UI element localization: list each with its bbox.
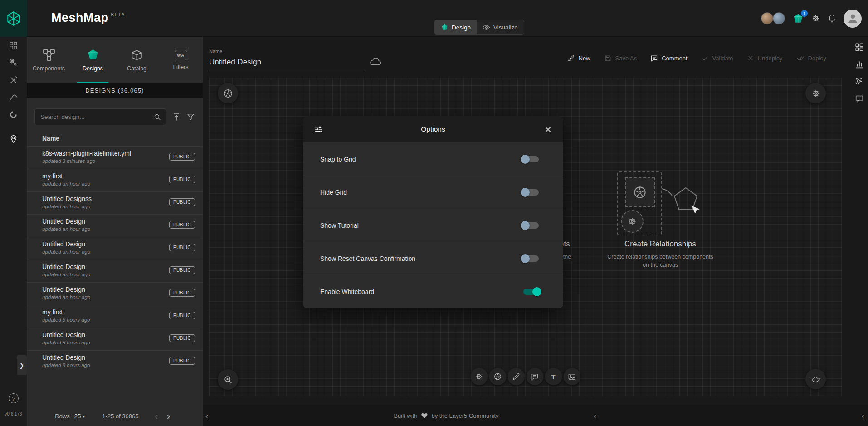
tab-designs[interactable]: Designs [71,37,115,83]
options-modal: Options Snap to Grid Hide Grid Show Tuto… [303,116,563,308]
next-page-button[interactable]: › [162,411,175,421]
design-list-item[interactable]: Untitled Designss updated an hour ago PU… [27,191,203,214]
dock-media-button[interactable] [563,368,580,385]
tab-filters[interactable]: WA Filters [159,37,203,83]
option-toggle[interactable] [521,220,541,231]
gesture-pointer-icon[interactable] [854,77,864,87]
option-row: Enable Whiteboard [303,275,563,308]
prev-page-button[interactable]: ‹ [150,411,162,421]
upload-icon[interactable] [172,113,181,122]
pencil-icon [567,54,575,62]
option-label: Show Reset Canvas Confirmation [320,255,415,262]
genie-lamp-button[interactable] [805,369,826,389]
layer5-logo-button[interactable] [0,0,27,37]
design-visibility-badge: PUBLIC [169,289,195,297]
canvas-settings-button[interactable] [805,83,826,103]
tab-components[interactable]: Components [27,37,71,83]
design-list-item[interactable]: Untitled Design updated 8 hours ago PUBL… [27,350,203,373]
design-updated: updated an hour ago [42,249,160,255]
action-label: Save As [615,55,637,62]
design-list-item[interactable]: my first updated an hour ago PUBLIC [27,169,203,191]
help-button[interactable]: ? [9,393,19,403]
design-list-item[interactable]: k8s-wasm-plugin-ratelimiter.yml updated … [27,146,203,169]
design-list-item[interactable]: Untitled Design updated 8 hours ago PUBL… [27,328,203,350]
chart-icon[interactable] [854,59,864,69]
footer-collapse-left-icon[interactable]: ‹ [205,411,208,420]
dock-tools-button[interactable] [470,368,488,385]
app-version: v0.6.176 [0,411,27,416]
settings-gear-icon[interactable] [811,14,820,23]
rail-item-dashboard[interactable] [0,37,27,54]
design-list-item[interactable]: my first updated 6 hours ago PUBLIC [27,305,203,328]
search-icon[interactable] [153,113,161,121]
page-range: 1-25 of 36065 [102,413,138,420]
search-box[interactable] [34,108,166,125]
validate-button[interactable]: Validate [701,54,733,62]
option-toggle[interactable] [521,154,541,165]
meshery-extension-button[interactable]: 1 [792,12,804,24]
chevron-right-icon: ❯ [20,362,24,369]
gear-icon [474,372,483,381]
panel-tabs: Components Designs Catalog WA Filters [27,37,203,83]
rail-item-configuration[interactable] [0,71,27,88]
meshmap-app: MeshMap BETA Design Visualize 1 [0,0,868,426]
notifications-bell-icon[interactable] [827,14,837,23]
extensions-donut-icon [9,110,18,119]
rail-item-lifecycle[interactable] [0,54,27,71]
rail-item-extensions[interactable] [0,106,27,123]
rail-item-kanvas[interactable] [0,130,27,147]
zoom-button[interactable] [218,369,238,390]
dashed-component-box [617,171,662,235]
dock-draw-button[interactable] [507,368,525,385]
question-mark-icon: ? [12,395,15,402]
tab-design-mode[interactable]: Design [435,20,477,34]
save-icon [604,54,612,62]
dock-text-button[interactable]: T [545,368,562,385]
filter-icon[interactable] [186,113,195,121]
footer-collapse-mid-icon[interactable]: ‹ [594,411,596,420]
gear-icon [811,88,821,98]
dock-kubernetes-button[interactable] [489,368,506,385]
design-list-item[interactable]: Untitled Design updated an hour ago PUBL… [27,237,203,260]
deploy-button[interactable]: Deploy [796,54,826,62]
design-name-input[interactable] [209,56,364,71]
collaborator-avatar[interactable] [761,12,773,24]
action-label: New [579,55,590,62]
design-list-item[interactable]: Untitled Design updated an hour ago PUBL… [27,214,203,237]
components-grid-icon[interactable] [854,42,864,52]
account-avatar[interactable] [844,10,862,28]
layer5-logo-icon [6,11,21,26]
rail-expand-handle[interactable]: ❯ [17,355,27,375]
save-as-button[interactable]: Save As [604,54,637,62]
option-toggle[interactable] [521,253,541,264]
design-list-item[interactable]: Untitled Design updated an hour ago PUBL… [27,282,203,305]
pen-icon [512,372,521,381]
design-name: Untitled Designss [42,195,160,202]
footer-collapse-right-icon[interactable]: ‹ [862,411,864,420]
rows-label: Rows [55,413,70,420]
close-icon[interactable] [544,125,552,134]
action-label: Deploy [808,55,826,62]
page-size-value: 25 [74,413,81,420]
undeploy-button[interactable]: Undeploy [747,54,783,62]
page-size-select[interactable]: 25 ▾ [74,413,85,420]
new-button[interactable]: New [567,54,590,62]
tab-catalog[interactable]: Catalog [115,37,159,83]
option-toggle[interactable] [521,187,541,198]
lifecycle-gears-icon [9,58,19,68]
design-list-item[interactable]: Untitled Design updated an hour ago PUBL… [27,260,203,282]
rail-item-performance[interactable] [0,88,27,106]
tab-visualize-mode[interactable]: Visualize [477,20,524,34]
notification-count-badge: 1 [801,10,808,17]
x-mark-icon [747,54,754,62]
chat-icon[interactable] [854,94,864,104]
tutorial-graphic [592,171,728,240]
option-toggle[interactable] [521,286,541,297]
action-label: Validate [712,55,733,62]
collaborator-avatar[interactable] [773,12,785,24]
tab-label: Filters [173,64,188,70]
search-input[interactable] [40,113,153,120]
dock-comment-button[interactable] [526,368,543,385]
comment-button[interactable]: Comment [650,54,687,62]
kubernetes-context-button[interactable] [218,83,238,103]
